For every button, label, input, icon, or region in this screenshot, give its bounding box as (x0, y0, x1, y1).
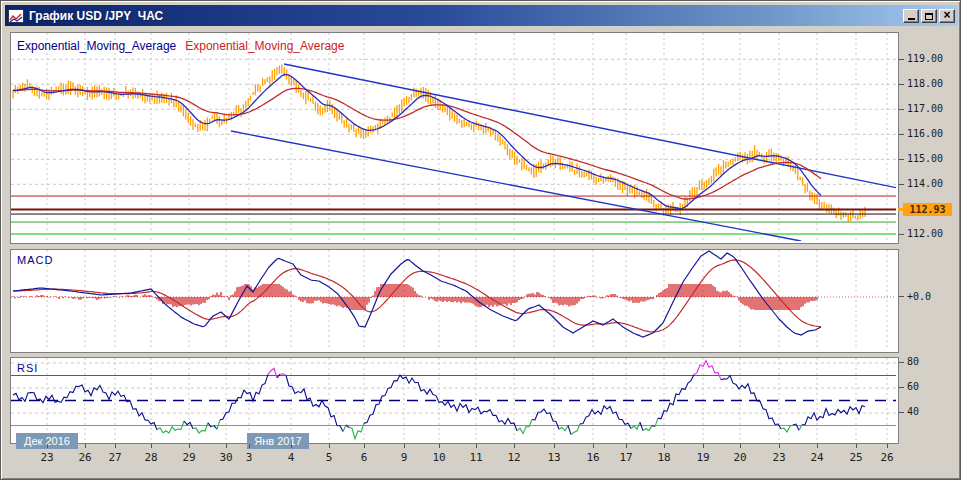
close-button[interactable]: × (939, 9, 955, 23)
x-axis-label: 9 (391, 451, 417, 464)
x-axis-label: 5 (316, 451, 342, 464)
price-axis-label: 115.00 (907, 153, 943, 164)
x-axis-label: 23 (34, 451, 60, 464)
x-axis-tick (887, 444, 888, 448)
rsi-line-segment (217, 420, 220, 429)
x-axis-tick (664, 444, 665, 448)
price-plot (11, 33, 896, 241)
x-axis-label: 6 (351, 451, 377, 464)
x-axis-label: 19 (690, 451, 716, 464)
window-controls: × (903, 9, 955, 23)
x-axis-label: 10 (426, 451, 452, 464)
rsi-line-segment (157, 421, 184, 433)
rsi-line-segment (643, 425, 652, 430)
rsi-axis-tick (899, 362, 904, 363)
x-axis-tick (514, 444, 515, 448)
x-axis-label: 13 (541, 451, 567, 464)
x-axis-tick (329, 444, 330, 448)
x-axis-tick (291, 444, 292, 448)
chart-window: График USD /JPY ЧАС × Exponential_Moving… (0, 0, 961, 480)
x-axis-label: 28 (138, 451, 164, 464)
rsi-line-segment (640, 422, 643, 430)
macd-panel[interactable]: MACD (10, 249, 899, 353)
x-axis-tick (85, 444, 86, 448)
macd-plot (11, 250, 896, 350)
x-axis-tick (189, 444, 190, 448)
x-axis-tick (476, 444, 477, 448)
rsi-line-segment (364, 375, 517, 431)
x-axis-tick (249, 444, 250, 448)
x-axis-tick (439, 444, 440, 448)
x-axis-label: 12 (501, 451, 527, 464)
x-axis-tick (554, 444, 555, 448)
price-chart-panel[interactable]: Exponential_Moving_AverageExponential_Mo… (10, 32, 899, 244)
minimize-button[interactable] (903, 9, 919, 23)
rsi-axis-label: 40 (907, 406, 919, 417)
x-axis-label: 26 (72, 451, 98, 464)
x-axis-tick (779, 444, 780, 448)
x-axis-label: 11 (463, 451, 489, 464)
price-axis-label: 114.00 (907, 178, 943, 189)
x-axis-label: 16 (580, 451, 606, 464)
rsi-line-segment (532, 409, 559, 429)
x-axis-tick (364, 444, 365, 448)
rsi-axis-label: 80 (907, 356, 919, 367)
current-price-tick (898, 208, 903, 211)
x-axis-tick (226, 444, 227, 448)
minimize-icon (908, 18, 915, 20)
rsi-panel[interactable]: RSI (10, 357, 899, 444)
rsi-axis-tick (899, 412, 904, 413)
x-axis-label: 20 (727, 451, 753, 464)
current-price-label: 112.93 (903, 203, 952, 216)
price-axis-tick (899, 184, 904, 185)
rsi-line-segment (214, 426, 217, 430)
x-axis-tick (626, 444, 627, 448)
window-title: График USD /JPY ЧАС (29, 9, 903, 23)
x-axis-tick (740, 444, 741, 448)
price-axis-tick (899, 234, 904, 235)
rsi-axis-tick (899, 387, 904, 388)
rsi-line-segment (694, 361, 721, 380)
rsi-line-segment (286, 376, 343, 432)
price-axis-label: 116.00 (907, 128, 943, 139)
price-axis-tick (899, 59, 904, 60)
x-axis-label: 27 (102, 451, 128, 464)
maximize-icon (925, 13, 933, 20)
macd-axis-tick (899, 296, 904, 297)
rsi-plot (11, 358, 896, 441)
rsi-line-segment (559, 425, 568, 431)
window-chart-icon (8, 9, 24, 23)
x-axis-tick (151, 444, 152, 448)
price-axis-tick (899, 109, 904, 110)
rsi-line-segment (658, 375, 694, 419)
rsi-line-segment (268, 368, 277, 378)
x-axis-tick (593, 444, 594, 448)
trend-line (231, 131, 801, 241)
price-axis-label: 112.00 (907, 228, 943, 239)
price-axis-label: 118.00 (907, 78, 943, 89)
price-axis-label: 119.00 (907, 53, 943, 64)
macd-axis-label: +0.0 (907, 291, 931, 302)
x-axis-label: 4 (278, 451, 304, 464)
x-axis-label: 3 (236, 451, 262, 464)
macd-label: MACD (17, 254, 53, 266)
legend-ema-slow: Exponential_Moving_Average (185, 39, 344, 53)
x-axis-label: 17 (613, 451, 639, 464)
maximize-button[interactable] (921, 9, 937, 23)
rsi-line-segment (193, 423, 208, 433)
rsi-line-segment (781, 425, 793, 432)
rsi-axis-label: 60 (907, 381, 919, 392)
title-bar[interactable]: График USD /JPY ЧАС × (5, 5, 958, 26)
rsi-line-segment (517, 420, 532, 434)
x-axis-tick (856, 444, 857, 448)
x-axis-label: 25 (843, 451, 869, 464)
month-marker-jan: Янв 2017 (247, 433, 309, 449)
price-axis-label: 117.00 (907, 103, 943, 114)
x-axis-label: 23 (766, 451, 792, 464)
rsi-line-segment (568, 425, 571, 434)
price-axis-tick (899, 134, 904, 135)
x-axis-tick (404, 444, 405, 448)
rsi-line-segment (802, 406, 865, 425)
x-axis-tick (703, 444, 704, 448)
price-axis-tick (899, 159, 904, 160)
